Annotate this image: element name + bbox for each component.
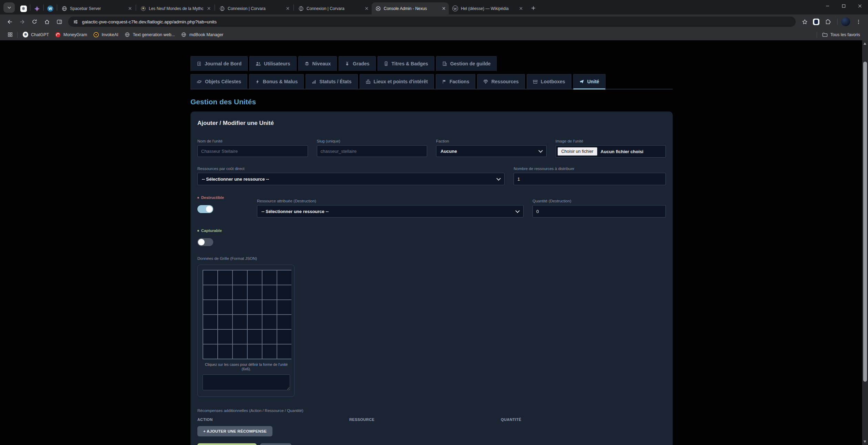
site-settings-icon[interactable] xyxy=(73,19,78,24)
bookmark-item[interactable]: Text generation web... xyxy=(122,31,178,39)
bookmark-item[interactable]: MoneyGram xyxy=(52,31,90,39)
nb-ressources-input[interactable] xyxy=(514,173,666,185)
capturable-toggle[interactable] xyxy=(197,238,213,246)
bookmark-item[interactable]: InvokeAI xyxy=(90,31,122,39)
nav-tab-niveaux[interactable]: Niveaux xyxy=(298,56,337,71)
browser-tab[interactable]: Les Neuf Mondes de la Mythol xyxy=(137,2,214,14)
grid-cell[interactable] xyxy=(248,330,262,344)
tab-close-icon[interactable] xyxy=(127,6,133,11)
grid-cell[interactable] xyxy=(218,271,232,285)
grid-cell[interactable] xyxy=(248,300,262,314)
nav-tab-lieux[interactable]: Lieux et points d'intérêt xyxy=(360,74,434,89)
grid-cell[interactable] xyxy=(262,271,277,285)
maximize-button[interactable] xyxy=(836,0,852,12)
grid-cell[interactable] xyxy=(277,315,291,329)
add-reward-button[interactable]: + AJOUTER UNE RÉCOMPENSE xyxy=(197,426,272,436)
back-button[interactable] xyxy=(4,16,16,28)
browser-tab-active[interactable]: Console Admin - Nexus xyxy=(372,2,449,14)
grid-cell[interactable] xyxy=(218,345,232,359)
tab-search-button[interactable] xyxy=(3,2,15,13)
grid-cell[interactable] xyxy=(262,300,277,314)
grid-cell[interactable] xyxy=(203,315,217,329)
profile-avatar[interactable] xyxy=(841,17,850,26)
faction-select[interactable]: Aucune xyxy=(436,145,547,157)
nav-tab-unite[interactable]: Unité xyxy=(573,74,606,89)
slug-input[interactable] xyxy=(317,145,427,157)
tab-close-icon[interactable] xyxy=(441,6,447,11)
scrollbar-down-icon[interactable] xyxy=(864,441,866,443)
side-panel-button[interactable] xyxy=(53,16,65,28)
image-file-input[interactable]: Choisir un fichier Aucun fichier choisi xyxy=(556,145,666,158)
grid-cell[interactable] xyxy=(277,330,291,344)
nav-tab-grades[interactable]: Grades xyxy=(339,56,375,71)
pinned-tab-wordpress[interactable]: W xyxy=(44,3,56,14)
nav-tab-titres-badges[interactable]: Titres & Badges xyxy=(378,56,434,71)
nav-tab-statuts[interactable]: Statuts / États xyxy=(306,74,358,89)
close-button[interactable] xyxy=(852,0,868,12)
grid-cell[interactable] xyxy=(277,300,291,314)
home-button[interactable] xyxy=(41,16,53,28)
quantite-destruction-input[interactable] xyxy=(533,205,666,218)
nav-tab-lootboxes[interactable]: Lootboxes xyxy=(527,74,571,89)
grid-cell[interactable] xyxy=(203,330,217,344)
grid-cell[interactable] xyxy=(277,345,291,359)
page-scrollbar[interactable] xyxy=(862,40,868,445)
grid-cell[interactable] xyxy=(218,300,232,314)
tab-close-icon[interactable] xyxy=(518,6,524,11)
grid-cell[interactable] xyxy=(203,345,217,359)
grid-cell[interactable] xyxy=(233,345,247,359)
forward-button[interactable] xyxy=(16,16,28,28)
nav-tab-factions[interactable]: Factions xyxy=(436,74,476,89)
grid-cell[interactable] xyxy=(277,285,291,299)
nav-tab-objets-celestes[interactable]: Objets Célestes xyxy=(190,74,247,89)
grid-json-textarea[interactable] xyxy=(203,374,290,390)
nav-tab-ressources[interactable]: Ressources xyxy=(477,74,525,89)
ressource-destruction-select[interactable]: -- Sélectionner une ressource -- xyxy=(257,205,524,218)
browser-tab[interactable]: Connexion | Corvara xyxy=(216,2,293,14)
browser-menu-icon[interactable] xyxy=(852,16,864,28)
grid-cell[interactable] xyxy=(203,300,217,314)
grid-cell[interactable] xyxy=(218,315,232,329)
browser-tab[interactable]: Connexion | Corvara xyxy=(294,2,372,14)
scrollbar-up-icon[interactable] xyxy=(864,42,866,45)
grid-cell[interactable] xyxy=(233,271,247,285)
browser-tab[interactable]: Spacebar Server xyxy=(58,2,135,14)
pinned-tab-gemini[interactable] xyxy=(31,3,43,14)
bookmark-item[interactable]: ✻ ChatGPT xyxy=(20,31,52,39)
tab-close-icon[interactable] xyxy=(206,6,212,11)
scrollbar-thumb[interactable] xyxy=(863,62,867,382)
grid-cell[interactable] xyxy=(203,285,217,299)
grid-cell[interactable] xyxy=(233,285,247,299)
pinned-tab-chatgpt[interactable]: ✻ xyxy=(18,3,29,14)
ressource-cout-select[interactable]: -- Sélectionner une ressource -- xyxy=(197,173,505,185)
grid-cell[interactable] xyxy=(233,315,247,329)
bookmark-star-icon[interactable] xyxy=(799,16,810,28)
new-tab-button[interactable] xyxy=(528,3,538,13)
grid-cell[interactable] xyxy=(262,330,277,344)
nav-tab-bonus-malus[interactable]: Bonus & Malus xyxy=(249,74,304,89)
cancel-button[interactable]: ANNULER xyxy=(260,443,291,445)
grid-cell[interactable] xyxy=(218,285,232,299)
apps-grid-icon[interactable] xyxy=(5,30,15,40)
bookmark-item[interactable]: mdBook Manager xyxy=(178,31,227,39)
nav-tab-utilisateurs[interactable]: Utilisateurs xyxy=(249,56,296,71)
tab-close-icon[interactable] xyxy=(364,6,370,11)
grid-cell[interactable] xyxy=(248,315,262,329)
nom-input[interactable] xyxy=(197,145,308,157)
grid-cell[interactable] xyxy=(203,271,217,285)
tab-close-icon[interactable] xyxy=(285,6,291,11)
grid-cell[interactable] xyxy=(262,285,277,299)
nav-tab-journal[interactable]: Journal de Bord xyxy=(190,56,248,71)
grid-cell[interactable] xyxy=(248,285,262,299)
url-bar[interactable]: galactic-pve-conquest-c7fe.dev.flatlogic… xyxy=(68,17,796,27)
destructible-toggle[interactable] xyxy=(197,205,213,213)
save-unit-button[interactable]: ENREGISTRER L'UNITÉ xyxy=(197,443,257,445)
choose-file-button[interactable]: Choisir un fichier xyxy=(558,147,597,156)
grid-cell[interactable] xyxy=(233,300,247,314)
all-bookmarks-button[interactable]: Tous les favoris xyxy=(819,31,863,39)
grid-cell[interactable] xyxy=(248,345,262,359)
grid-cell[interactable] xyxy=(218,330,232,344)
grid-cell[interactable] xyxy=(262,345,277,359)
grid-cell[interactable] xyxy=(262,315,277,329)
grid-cell[interactable] xyxy=(248,271,262,285)
